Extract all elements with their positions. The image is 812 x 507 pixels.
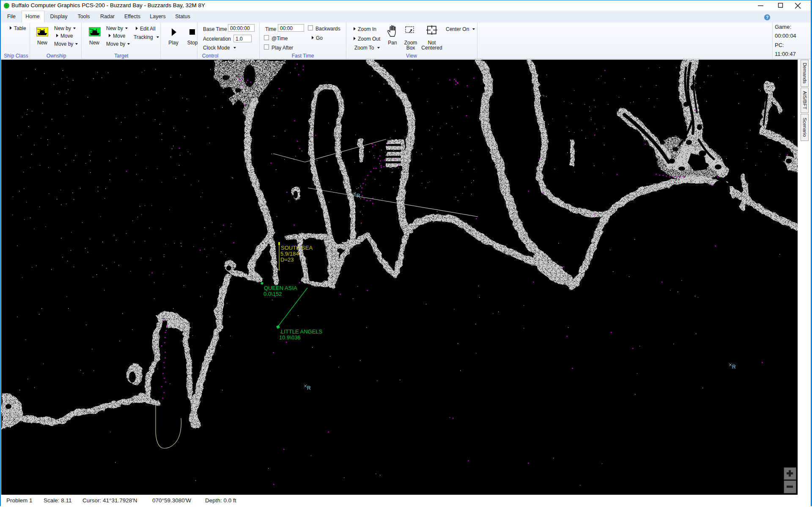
svg-text:D=23: D=23: [280, 256, 294, 263]
svg-text:0.0\152: 0.0\152: [263, 291, 282, 297]
svg-text:QUEEN ASIA: QUEEN ASIA: [264, 285, 297, 291]
svg-text:R: R: [732, 364, 736, 370]
svg-text:R: R: [357, 193, 360, 199]
svg-text:R: R: [307, 385, 311, 391]
svg-text:?: ?: [766, 15, 768, 20]
svg-text:LITTLE ANGELS: LITTLE ANGELS: [281, 328, 323, 335]
svg-text:10.9\036: 10.9\036: [279, 334, 301, 341]
svg-text:SOUTH SEA: SOUTH SEA: [281, 245, 313, 251]
svg-text:5.9/184: 5.9/184: [280, 251, 299, 257]
